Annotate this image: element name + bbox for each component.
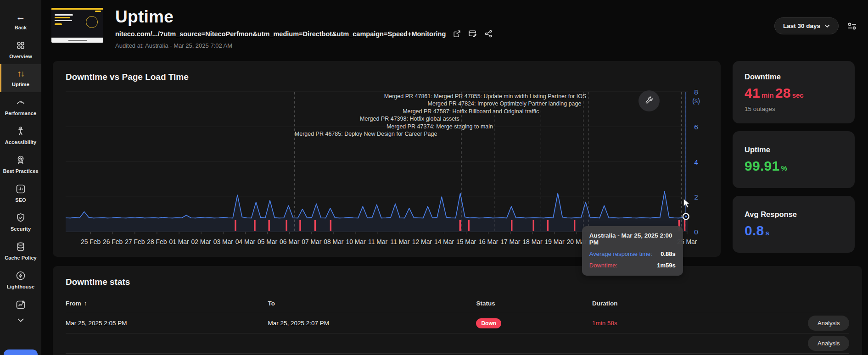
sliders-icon (847, 22, 857, 31)
card-title: Uptime (745, 145, 843, 154)
sidebar-item-label: Best Practices (3, 168, 38, 174)
outages-count: 15 outages (745, 105, 843, 112)
svg-text:08 Mar: 08 Mar (324, 238, 344, 245)
sidebar-item-security[interactable]: Security (0, 208, 41, 237)
tooltip-response-value: 0.88s (661, 250, 676, 257)
svg-text:07 Mar: 07 Mar (302, 238, 322, 245)
chart-svg: 25 Feb26 Feb27 Feb28 Feb01 Mar02 Mar03 M… (66, 89, 708, 249)
sidebar-item-monitoring[interactable] (0, 294, 41, 315)
svg-text:19 Mar: 19 Mar (545, 238, 565, 245)
svg-text:8: 8 (694, 89, 698, 96)
chevron-down-icon (824, 24, 830, 28)
sidebar-item-best-practices[interactable]: Best Practices (0, 150, 41, 179)
main-area: Uptime niteco.com/.../?utm_source=Niteco… (41, 0, 868, 355)
lightning-circle-icon (15, 270, 26, 281)
svg-text:2: 2 (694, 193, 698, 201)
stat-cards: Downtime 41min28sec 15 outages Uptime 99… (733, 61, 855, 257)
svg-text:14 Mar: 14 Mar (434, 238, 454, 245)
column-header-from[interactable]: From↑ (66, 300, 268, 307)
avg-response-value: 0.8s (745, 223, 843, 239)
cell-from: Mar 25, 2025 2:05 PM (66, 320, 268, 327)
chart-title: Downtime vs Page Load Time (66, 72, 708, 82)
sidebar-item-label: Uptime (12, 82, 29, 87)
sidebar-back-label: Back (15, 25, 27, 30)
person-icon (15, 126, 26, 137)
sort-ascending-icon: ↑ (84, 300, 87, 307)
sidebar-item-uptime[interactable]: ↑↓ Uptime (0, 64, 41, 92)
grid-icon (15, 40, 26, 51)
analysis-button[interactable]: Analysis (808, 316, 849, 331)
downtime-vs-load-chart[interactable]: 25 Feb26 Feb27 Feb28 Feb01 Mar02 Mar03 M… (66, 89, 708, 249)
date-range-label: Last 30 days (783, 22, 820, 29)
site-thumbnail (51, 8, 103, 43)
sidebar-item-label: Performance (5, 111, 36, 116)
svg-text:25 Mar: 25 Mar (677, 238, 697, 245)
audited-at-text: Audited at: Australia - Mar 25, 2025 7:0… (115, 42, 493, 49)
app-window: ← Back Overview ↑↓ Uptime Performance Ac… (0, 0, 868, 355)
column-header-duration[interactable]: Duration (592, 300, 808, 307)
table-row: Mar 25, 2025 2:05 PMMar 25, 2025 2:07 PM… (66, 313, 849, 333)
sidebar-item-accessibility[interactable]: Accessibility (0, 121, 41, 150)
sidebar-item-label: Cache Policy (5, 255, 37, 261)
svg-text:6: 6 (694, 123, 698, 131)
sidebar-back-button[interactable]: ← Back (0, 7, 41, 35)
table-row: Analysis (66, 333, 849, 354)
audited-url-link[interactable]: niteco.com/.../?utm_source=NitecoPerfmon… (115, 30, 446, 38)
sidebar-item-label: Security (11, 226, 31, 232)
svg-text:11 Mar: 11 Mar (368, 238, 388, 245)
analysis-button[interactable]: Analysis (808, 336, 849, 351)
svg-text:0: 0 (694, 228, 698, 236)
sidebar-item-label: Accessibility (5, 139, 37, 145)
svg-text:15 Mar: 15 Mar (456, 238, 476, 245)
card-title: Downtime (745, 72, 843, 81)
sidebar-item-label: Lighthouse (7, 284, 34, 289)
svg-text:11 Mar: 11 Mar (390, 238, 410, 245)
table-body: Mar 25, 2025 2:05 PMMar 25, 2025 2:07 PM… (66, 313, 849, 354)
stats-title: Downtime stats (66, 277, 849, 287)
chart-tools-button[interactable] (638, 90, 660, 111)
svg-text:03 Mar: 03 Mar (213, 238, 234, 245)
uptime-value: 99.91% (745, 158, 843, 174)
shield-check-icon (15, 212, 26, 223)
gauge-icon (15, 97, 26, 108)
uptime-card: Uptime 99.91% (733, 131, 855, 188)
page-title: Uptime (115, 8, 493, 26)
sidebar-item-cache-policy[interactable]: Cache Policy (0, 237, 41, 266)
filter-sliders-button[interactable] (847, 22, 857, 31)
mouse-cursor (683, 199, 689, 207)
column-header-to[interactable]: To (268, 300, 476, 307)
back-arrow-icon: ← (16, 12, 26, 22)
sidebar-item-seo[interactable]: SEO (0, 179, 41, 208)
status-badge: Down (476, 318, 501, 328)
trend-chart-icon (15, 299, 26, 310)
svg-text:26 Feb: 26 Feb (103, 238, 123, 245)
svg-text:25 Feb: 25 Feb (81, 238, 101, 245)
cell-to: Mar 25, 2025 2:07 PM (268, 320, 476, 327)
svg-text:18 Mar: 18 Mar (522, 238, 543, 245)
date-range-dropdown[interactable]: Last 30 days (774, 17, 839, 34)
column-header-status[interactable]: Status (476, 300, 592, 307)
sidebar-item-performance[interactable]: Performance (0, 92, 41, 121)
page-header: Uptime niteco.com/.../?utm_source=Niteco… (41, 0, 868, 51)
chevron-down-icon (17, 318, 24, 322)
medal-icon (15, 155, 26, 166)
browser-edit-icon[interactable] (468, 29, 477, 38)
svg-text:(s): (s) (692, 97, 700, 105)
sidebar-expand-chevron[interactable] (17, 315, 24, 325)
sidebar-item-overview[interactable]: Overview (0, 35, 41, 64)
svg-text:16 Mar: 16 Mar (478, 238, 498, 245)
svg-text:06 Mar: 06 Mar (280, 238, 300, 245)
external-link-icon[interactable] (453, 29, 461, 38)
svg-text:27 Feb: 27 Feb (125, 238, 145, 245)
sidebar-bottom-button[interactable] (4, 349, 38, 355)
svg-text:17 Mar: 17 Mar (500, 238, 521, 245)
wrench-icon (644, 96, 654, 105)
sidebar-item-lighthouse[interactable]: Lighthouse (0, 266, 41, 294)
cell-duration: 1min 58s (592, 320, 808, 327)
share-icon[interactable] (484, 29, 493, 38)
svg-text:10 Mar: 10 Mar (346, 238, 366, 245)
sidebar: ← Back Overview ↑↓ Uptime Performance Ac… (0, 0, 41, 355)
card-title: Avg Response (745, 210, 843, 219)
svg-text:28 Feb: 28 Feb (147, 238, 167, 245)
table-header: From↑ To Status Duration (66, 300, 849, 313)
